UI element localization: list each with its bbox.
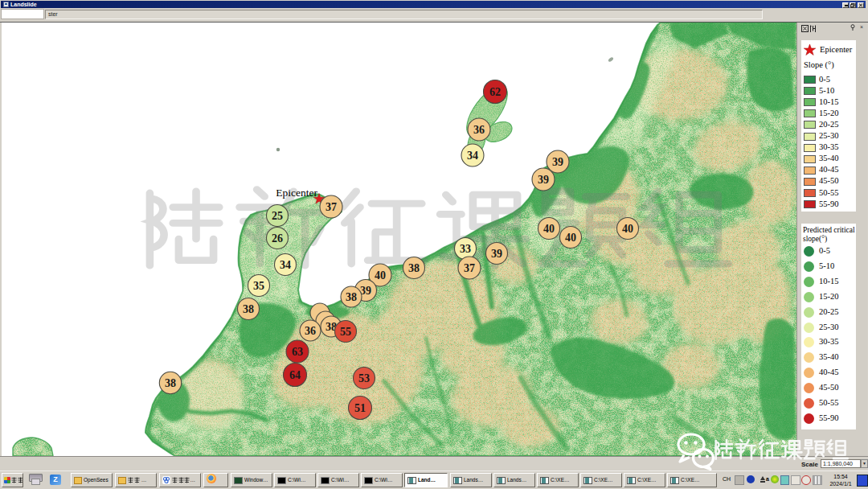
svg-text:40: 40	[565, 232, 576, 244]
svg-text:62: 62	[489, 86, 501, 98]
svg-text:36: 36	[473, 124, 485, 136]
svg-text:40: 40	[375, 269, 386, 281]
svg-text:55: 55	[340, 326, 351, 338]
svg-text:39: 39	[552, 156, 563, 168]
svg-text:25: 25	[272, 210, 283, 222]
svg-text:39: 39	[491, 248, 502, 260]
svg-text:26: 26	[272, 232, 283, 244]
svg-text:40: 40	[543, 223, 555, 235]
svg-text:37: 37	[464, 262, 475, 274]
svg-text:34: 34	[280, 259, 291, 271]
svg-text:37: 37	[326, 201, 337, 213]
svg-text:33: 33	[460, 243, 471, 255]
svg-text:63: 63	[292, 346, 303, 358]
svg-text:51: 51	[354, 402, 366, 414]
svg-text:53: 53	[358, 372, 370, 384]
svg-text:38: 38	[346, 291, 357, 303]
svg-text:34: 34	[467, 150, 478, 162]
svg-text:38: 38	[165, 377, 176, 389]
svg-text:35: 35	[253, 280, 264, 292]
svg-text:64: 64	[289, 369, 301, 381]
svg-text:36: 36	[305, 325, 316, 337]
svg-text:38: 38	[408, 262, 420, 274]
svg-text:38: 38	[243, 303, 254, 315]
svg-text:Epicenter: Epicenter	[276, 187, 317, 199]
svg-text:40: 40	[622, 223, 633, 235]
svg-text:39: 39	[538, 174, 549, 186]
